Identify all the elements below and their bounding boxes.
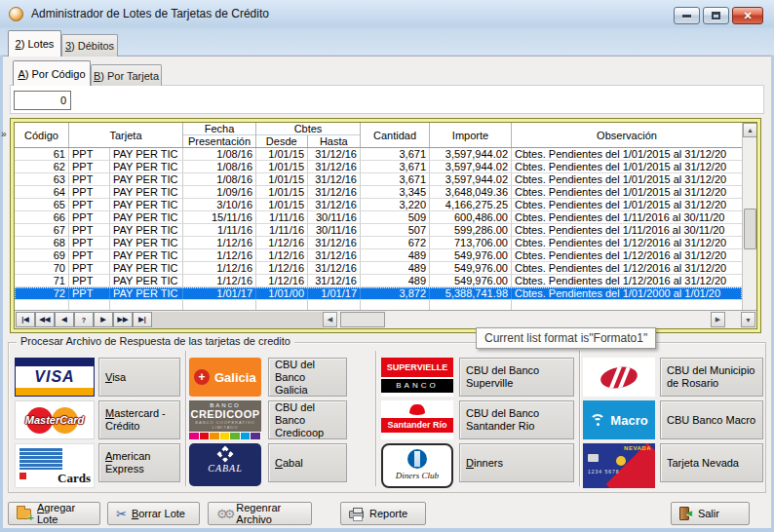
cell: 1/08/16: [183, 173, 256, 185]
visa-wordmark: VISA: [16, 366, 94, 388]
mastercard-button[interactable]: Mastercard - Crédito: [98, 400, 180, 439]
nav-next-button[interactable]: ▶: [94, 312, 113, 327]
cell: 65: [15, 199, 69, 210]
salir-button[interactable]: ◄Salir: [671, 502, 750, 525]
agregar-lote-button[interactable]: Agregar Lote: [8, 502, 100, 525]
tarjeta-nevada-button[interactable]: Tarjeta Nevada: [660, 443, 763, 482]
cell: 489: [361, 262, 430, 274]
table-row[interactable]: 67PPTPAY PER TIC1/11/161/11/1630/11/1650…: [15, 224, 742, 237]
cell: 31/12/16: [308, 148, 361, 160]
cell: 1/01/15: [256, 148, 308, 160]
table-row[interactable]: 71PPTPAY PER TIC1/12/161/12/1631/12/1648…: [15, 275, 742, 287]
cell: 599,286.00: [430, 224, 512, 236]
vertical-scrollbar-thumb[interactable]: [744, 209, 756, 249]
cell: 3,597,944.02: [430, 161, 512, 172]
cell: 3,220: [361, 199, 430, 210]
cell: 3,345: [361, 186, 430, 198]
tab-por-codigo-label: ) Por Código: [25, 68, 86, 80]
credicoop-rainbow-stripe: [189, 433, 261, 439]
header-fecha-line2: Presentación: [183, 135, 255, 147]
cbu-rosario-button[interactable]: CBU del Municipio de Rosario: [660, 358, 763, 397]
american-express-button[interactable]: American Express: [98, 443, 180, 482]
visa-button[interactable]: Visa: [98, 358, 180, 397]
visa-gold-band: [16, 388, 94, 396]
minimize-button[interactable]: [674, 7, 700, 24]
table-row-empty: [15, 300, 742, 310]
dinners-button[interactable]: Dinners: [459, 443, 574, 482]
filter-panel: [10, 85, 764, 114]
cbu-supervielle-button[interactable]: CBU del Banco Superville: [459, 358, 574, 397]
cell: PAY PER TIC: [110, 211, 183, 223]
cbu-credicoop-button[interactable]: CBU del Banco Credicoop: [268, 400, 347, 439]
maximize-button[interactable]: [703, 7, 729, 24]
borrar-lote-button[interactable]: ✂Borrar Lote: [107, 502, 200, 525]
table-row[interactable]: 70PPTPAY PER TIC1/12/161/12/1631/12/1648…: [15, 262, 742, 275]
cell: 1/11/16: [256, 224, 308, 236]
nav-search-button[interactable]: ?: [74, 312, 94, 327]
scroll-right-icon[interactable]: ▶: [711, 312, 725, 327]
nav-first-button[interactable]: |◀: [16, 312, 35, 327]
cell: 15/11/16: [183, 211, 256, 223]
horizontal-scrollbar-thumb[interactable]: [340, 312, 385, 327]
table-row[interactable]: 64PPTPAY PER TIC1/09/161/01/1531/12/163,…: [15, 186, 742, 199]
table-row[interactable]: 69PPTPAY PER TIC1/12/161/12/1631/12/1648…: [15, 249, 742, 262]
cell: Cbtes. Pendientes del 1/01/2015 al 31/12…: [512, 199, 742, 210]
cell: 3,597,944.02: [430, 148, 512, 160]
cell: Cbtes. Pendientes del 1/01/2000 al 1/01/…: [512, 287, 742, 299]
table-row[interactable]: 68PPTPAY PER TIC1/12/161/12/1631/12/1667…: [15, 237, 742, 249]
grid-navigator: |◀ ◀◀ ◀ ? ▶ ▶▶ ▶| ◀ ▶ ▼: [15, 310, 756, 328]
reporte-button[interactable]: Reporte: [340, 502, 426, 525]
table-row[interactable]: 62PPTPAY PER TIC1/08/161/01/1531/12/163,…: [15, 161, 742, 173]
cell: Cbtes. Pendientes del 1/11/2016 al 30/11…: [512, 224, 742, 236]
table-row[interactable]: 61PPTPAY PER TIC1/08/161/01/1531/12/163,…: [15, 148, 742, 161]
cell: 69: [15, 249, 69, 261]
nav-last-button[interactable]: ▶|: [133, 312, 152, 327]
regenerar-archivo-button[interactable]: ⚙⚙Regenrar Archivo: [208, 502, 312, 525]
macro-logo: Macro: [583, 400, 655, 439]
tab-debitos-label: ) Débitos: [71, 40, 114, 52]
codigo-input[interactable]: [14, 91, 71, 110]
tab-por-tarjeta[interactable]: B) Por Tarjeta: [91, 64, 162, 86]
cell: 31/12/16: [308, 161, 361, 172]
nav-prev-button[interactable]: ◀: [55, 312, 74, 327]
cell: 63: [15, 173, 69, 185]
scroll-down-icon[interactable]: ▼: [741, 312, 755, 327]
tab-lotes[interactable]: 2) Lotes: [8, 30, 61, 57]
cell: 1/12/16: [183, 262, 256, 274]
cabal-button[interactable]: Cabal: [268, 443, 347, 482]
tab-por-codigo[interactable]: A) Por Código: [13, 60, 91, 86]
cell: 1/01/15: [256, 186, 308, 198]
nevada-logo: NEVADA 1234 5678: [583, 443, 655, 488]
cell: 1/01/17: [308, 287, 361, 299]
table-row-selected[interactable]: 72PPTPAY PER TIC1/01/171/01/001/01/173,8…: [15, 287, 742, 300]
scroll-up-icon[interactable]: ▲: [743, 123, 757, 137]
app-window: Administrador de Lotes de Tarjetas de Cr…: [0, 0, 774, 532]
scroll-left-icon[interactable]: ◀: [323, 312, 337, 327]
cell: 600,486.00: [430, 211, 512, 223]
cbu-santander-button[interactable]: CBU del Banco Santander Rio: [459, 400, 574, 439]
mastercard-wordmark: MasterCard: [16, 414, 94, 426]
cell: 489: [361, 275, 430, 286]
amex-red-square: [19, 473, 26, 479]
cell: 31/12/16: [308, 275, 361, 286]
table-row[interactable]: 63PPTPAY PER TIC1/08/161/01/1531/12/163,…: [15, 173, 742, 186]
cell: PAY PER TIC: [110, 173, 183, 185]
santander-wordmark: Santander Río: [381, 418, 453, 433]
vertical-scrollbar[interactable]: ▲: [742, 123, 756, 310]
header-cbtes: Cbtes DesdeHasta: [256, 123, 361, 147]
tab-debitos[interactable]: 3) Débitos: [61, 34, 118, 57]
table-row[interactable]: 65PPTPAY PER TIC3/10/161/01/1531/12/163,…: [15, 199, 742, 211]
cell: 549,976.00: [430, 249, 512, 261]
nav-prev-page-button[interactable]: ◀◀: [35, 312, 55, 327]
nevada-chip-icon: [588, 454, 599, 462]
cell: 1/12/16: [256, 237, 308, 248]
cabal-wordmark: CABAL: [208, 463, 243, 474]
close-button[interactable]: ✕: [732, 7, 763, 24]
scissors-icon: ✂: [116, 508, 127, 520]
cbu-macro-button[interactable]: CBU Banco Macro: [660, 400, 763, 439]
nav-next-page-button[interactable]: ▶▶: [113, 312, 133, 327]
cbu-galicia-button[interactable]: CBU del Banco Galicia: [268, 358, 347, 397]
dock-arrow-icon[interactable]: »: [1, 129, 7, 139]
table-row[interactable]: 66PPTPAY PER TIC15/11/161/11/1630/11/165…: [15, 211, 742, 224]
cell: 30/11/16: [308, 224, 361, 236]
